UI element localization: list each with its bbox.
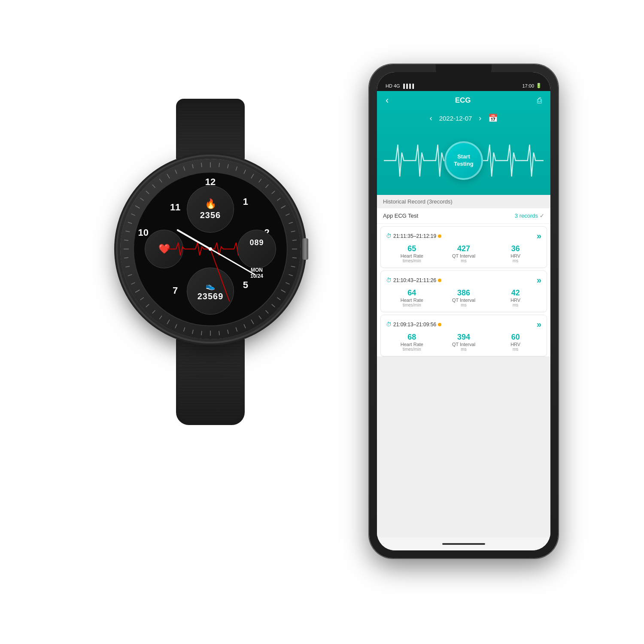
sub-dial-right-value: 089 <box>249 238 264 247</box>
sub-dial-top: 🔥 2356 <box>187 185 234 233</box>
hrv-value-1: 36 <box>489 244 541 253</box>
record-group: App ECG Test 3 records ✓ ⏱ <box>377 208 550 356</box>
svg-line-27 <box>236 328 237 332</box>
heart-rate-value-1: 65 <box>386 244 438 253</box>
shoe-icon: 👟 <box>206 281 215 291</box>
warning-dot-3 <box>438 323 441 326</box>
record-time-1: ⏱ 21:11:35–21:12:19 <box>386 233 441 239</box>
back-button[interactable]: ‹ <box>386 95 389 106</box>
svg-line-1 <box>219 163 219 167</box>
svg-line-5 <box>251 174 254 178</box>
qt-value-2: 386 <box>438 289 490 298</box>
qt-stat-2: 386 QT Interval ms <box>438 289 490 307</box>
home-indicator[interactable] <box>442 543 485 545</box>
clock-icon-3: ⏱ <box>386 321 392 328</box>
hrv-stat-3: 60 HRV ms <box>489 333 541 352</box>
page-title: ECG <box>455 96 471 105</box>
svg-line-48 <box>128 222 132 224</box>
record-count: 3 records ✓ <box>515 213 544 219</box>
heart-rate-label-1: Heart Rate <box>386 253 438 258</box>
qt-unit-3: ms <box>438 347 490 352</box>
svg-line-2 <box>228 164 228 168</box>
svg-line-37 <box>152 310 155 313</box>
heart-rate-stat-2: 64 Heart Rate times/min <box>386 289 438 307</box>
watch-band-top <box>176 99 245 159</box>
svg-line-12 <box>289 222 293 224</box>
svg-line-53 <box>152 185 155 188</box>
svg-line-20 <box>281 290 286 292</box>
prev-date-button[interactable]: ‹ <box>430 114 432 123</box>
svg-line-17 <box>291 266 295 267</box>
svg-line-8 <box>272 191 275 194</box>
hrv-unit-3: ms <box>489 347 541 352</box>
svg-line-42 <box>128 274 132 276</box>
sub-dial-bottom-value: 23569 <box>197 292 224 301</box>
status-time: 17:00 <box>522 83 534 88</box>
svg-line-47 <box>125 231 130 232</box>
hrv-stat-1: 36 HRV ms <box>489 244 541 263</box>
qt-stat-1: 427 QT Interval ms <box>438 244 490 263</box>
svg-line-6 <box>259 179 261 182</box>
ecg-header: ‹ ECG ⎙ ‹ 2022-12-07 › 📅 <box>377 91 550 195</box>
svg-line-51 <box>140 198 144 200</box>
svg-line-4 <box>244 170 246 173</box>
heart-rate-unit-1: times/min <box>386 258 438 263</box>
clock-icon-1: ⏱ <box>386 233 392 239</box>
record-item-3[interactable]: ⏱ 21:09:13–21:09:56 » 68 Hear <box>380 315 547 356</box>
calendar-button[interactable]: 📅 <box>488 113 498 123</box>
svg-line-50 <box>135 206 140 208</box>
qt-unit-1: ms <box>438 258 490 263</box>
hrv-value-2: 42 <box>489 289 541 298</box>
hour-7: 7 <box>173 285 178 296</box>
svg-line-54 <box>159 179 162 182</box>
record-item-1-header: ⏱ 21:11:35–21:12:19 » <box>386 231 541 241</box>
svg-line-23 <box>265 310 268 313</box>
watch-crown[interactable] <box>302 238 308 260</box>
svg-line-18 <box>289 274 293 276</box>
hrv-value-3: 60 <box>489 333 541 342</box>
sub-dial-right: 089 MON 10/24 <box>237 230 276 268</box>
record-time-3: ⏱ 21:09:13–21:09:56 <box>386 321 441 328</box>
record-stats-1: 65 Heart Rate times/min 427 QT Interval … <box>386 244 541 263</box>
record-item-2[interactable]: ⏱ 21:10:43–21:11:26 » 64 Hear <box>380 270 547 312</box>
qt-unit-2: ms <box>438 303 490 307</box>
next-date-button[interactable]: › <box>479 114 481 123</box>
record-item-1[interactable]: ⏱ 21:11:35–21:12:19 » 65 Hear <box>380 226 547 268</box>
heart-rate-stat-3: 68 Heart Rate times/min <box>386 333 438 352</box>
chevron-right-2[interactable]: » <box>537 275 541 285</box>
record-count-text: 3 records <box>515 213 538 219</box>
chevron-right-1[interactable]: » <box>537 231 541 241</box>
svg-line-25 <box>251 320 254 324</box>
svg-line-40 <box>135 290 140 292</box>
sub-dial-top-value: 2356 <box>200 210 221 220</box>
record-stats-3: 68 Heart Rate times/min 394 QT Interval … <box>386 333 541 352</box>
svg-line-31 <box>201 331 202 335</box>
svg-line-19 <box>286 283 289 284</box>
time-range-3: 21:09:13–21:09:56 <box>393 322 436 328</box>
svg-line-38 <box>146 304 149 307</box>
flame-icon: 🔥 <box>205 198 216 210</box>
svg-line-21 <box>277 298 280 300</box>
chevron-right-3[interactable]: » <box>537 319 541 329</box>
main-scene: 12 1 2 3 4 5 6 7 8 9 10 11 🔥 2356 <box>86 64 558 580</box>
phone-screen: HD 4G ▐▐▐▐ 17:00 🔋 ‹ ECG ⎙ <box>377 72 550 550</box>
qt-stat-3: 394 QT Interval ms <box>438 333 490 352</box>
svg-line-49 <box>131 214 135 216</box>
sub-dial-bottom: 👟 23569 <box>187 267 234 315</box>
check-icon: ✓ <box>540 213 544 219</box>
record-stats-2: 64 Heart Rate times/min 386 QT Interval … <box>386 289 541 307</box>
record-item-3-header: ⏱ 21:09:13–21:09:56 » <box>386 319 541 329</box>
qt-label-1: QT Interval <box>438 253 490 258</box>
status-left: HD 4G ▐▐▐▐ <box>386 83 414 88</box>
share-button[interactable]: ⎙ <box>537 96 542 105</box>
start-testing-button[interactable]: StartTesting <box>444 141 483 180</box>
watch-body: 12 1 2 3 4 5 6 7 8 9 10 11 🔥 2356 <box>120 159 301 339</box>
hrv-unit-2: ms <box>489 303 541 307</box>
svg-line-10 <box>281 206 286 208</box>
svg-line-59 <box>201 163 202 167</box>
svg-line-46 <box>124 240 128 240</box>
status-right: 17:00 🔋 <box>522 83 542 88</box>
record-time-2: ⏱ 21:10:43–21:11:26 <box>386 277 441 283</box>
svg-line-52 <box>146 191 149 194</box>
svg-line-11 <box>286 214 289 216</box>
